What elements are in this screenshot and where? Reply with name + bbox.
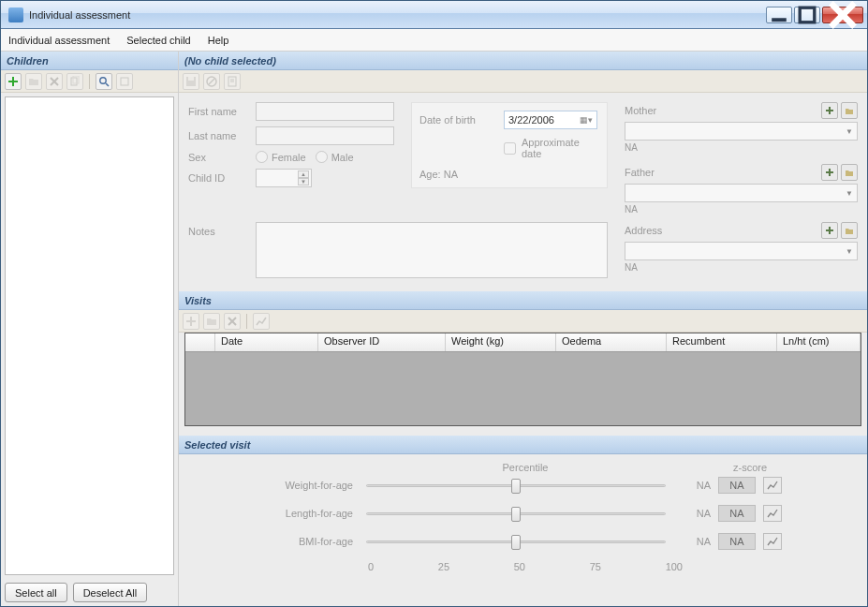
child-toolbar xyxy=(179,70,867,93)
select-all-button[interactable]: Select all xyxy=(5,583,67,602)
col-date[interactable]: Date xyxy=(215,333,318,351)
child-form: First name Last name Sex Female Male Chi… xyxy=(179,93,867,291)
dob-value: 3/22/2006 xyxy=(508,114,554,126)
add-visit-button[interactable] xyxy=(183,313,199,330)
mother-block: Mother ▼ NA xyxy=(625,102,858,153)
metric-length-for-age: Length-for-age NA NA xyxy=(198,505,848,522)
col-lnht[interactable]: Ln/ht (cm) xyxy=(777,333,861,351)
svg-rect-5 xyxy=(8,81,18,82)
deselect-all-button[interactable]: Deselect All xyxy=(73,583,147,602)
menu-help[interactable]: Help xyxy=(208,35,229,46)
address-na: NA xyxy=(625,262,858,273)
svg-rect-9 xyxy=(73,76,79,83)
zscore-value: NA xyxy=(718,477,756,494)
menu-bar: Individual assessment Selected child Hel… xyxy=(1,29,867,52)
menu-individual-assessment[interactable]: Individual assessment xyxy=(8,35,110,46)
col-oedema[interactable]: Oedema xyxy=(556,333,667,351)
cancel-button[interactable] xyxy=(203,73,220,90)
dropdown-icon: ▼ xyxy=(846,189,853,198)
child-id-spinner[interactable]: ▲▼ xyxy=(256,169,312,187)
graph-visit-button[interactable] xyxy=(253,313,270,330)
svg-rect-12 xyxy=(121,78,128,85)
father-label: Father xyxy=(625,167,655,178)
svg-rect-27 xyxy=(186,320,196,322)
add-mother-button[interactable] xyxy=(821,102,838,119)
title-bar: Individual assessment xyxy=(1,1,867,29)
metric-bmi-for-age: BMI-for-age NA NA xyxy=(198,533,848,550)
approximate-date-checkbox[interactable]: Approximate date xyxy=(504,137,599,159)
sex-male-radio[interactable]: Male xyxy=(316,151,354,163)
children-list[interactable] xyxy=(5,96,174,575)
percentile-slider-bmi[interactable] xyxy=(366,535,666,548)
percentile-slider-wfa[interactable] xyxy=(366,479,666,492)
graph-button-lfa[interactable] xyxy=(763,505,782,522)
sex-female-radio[interactable]: Female xyxy=(256,151,306,163)
delete-child-button[interactable] xyxy=(46,73,63,90)
svg-line-11 xyxy=(106,83,109,86)
col-blank[interactable] xyxy=(185,333,215,351)
browse-mother-button[interactable] xyxy=(841,102,858,119)
detail-panel: (No child selected) First name Last name… xyxy=(179,52,867,606)
save-button[interactable] xyxy=(183,73,199,90)
col-identity: First name Last name Sex Female Male Chi… xyxy=(188,102,394,215)
selected-visit-body: Percentile z-score Weight-for-age NA NA … xyxy=(179,454,867,584)
toolbar-separator xyxy=(246,314,247,329)
window-buttons xyxy=(766,7,863,23)
add-address-button[interactable] xyxy=(821,222,838,239)
dropdown-icon: ▼ xyxy=(846,247,853,256)
col-weight[interactable]: Weight (kg) xyxy=(446,333,556,351)
dob-picker[interactable]: 3/22/2006▦▾ xyxy=(504,111,597,129)
notes-textarea[interactable] xyxy=(256,222,608,278)
app-icon xyxy=(8,7,23,22)
zscore-value: NA xyxy=(718,533,756,550)
address-combo[interactable]: ▼ xyxy=(625,242,858,260)
toolbar-separator xyxy=(89,74,90,89)
app-window: Individual assessment Individual assessm… xyxy=(0,0,868,607)
calendar-icon: ▦▾ xyxy=(580,115,593,125)
notes-label: Notes xyxy=(188,222,256,278)
col-recumbent[interactable]: Recumbent xyxy=(667,333,777,351)
metric-label: Weight-for-age xyxy=(198,480,366,491)
visits-toolbar xyxy=(179,310,867,333)
open-visit-button[interactable] xyxy=(203,313,220,330)
metric-weight-for-age: Weight-for-age NA NA xyxy=(198,477,848,494)
child-id-label: Child ID xyxy=(188,172,256,184)
copy-child-button[interactable] xyxy=(66,73,83,90)
window-title: Individual assessment xyxy=(29,9,766,21)
add-child-button[interactable] xyxy=(5,73,22,90)
close-button[interactable] xyxy=(822,7,863,23)
first-name-input[interactable] xyxy=(256,102,394,121)
last-name-input[interactable] xyxy=(256,126,394,145)
selected-visit-header: Selected visit xyxy=(179,436,867,454)
graph-button-wfa[interactable] xyxy=(763,477,782,494)
view-child-button[interactable] xyxy=(116,73,133,90)
svg-point-10 xyxy=(100,77,106,82)
visits-grid[interactable]: Date Observer ID Weight (kg) Oedema Recu… xyxy=(184,333,861,426)
father-block: Father ▼ NA xyxy=(625,164,858,215)
col-observer-id[interactable]: Observer ID xyxy=(318,333,446,351)
sex-label: Sex xyxy=(188,152,256,163)
father-combo[interactable]: ▼ xyxy=(625,184,858,202)
report-button[interactable] xyxy=(224,73,241,90)
minimize-button[interactable] xyxy=(766,7,792,23)
first-name-label: First name xyxy=(188,106,256,117)
svg-line-16 xyxy=(209,79,214,84)
browse-address-button[interactable] xyxy=(841,222,858,239)
search-child-button[interactable] xyxy=(96,73,112,90)
zscore-header: z-score xyxy=(694,462,806,473)
mother-na: NA xyxy=(625,142,858,153)
visits-header: Visits xyxy=(179,291,867,310)
browse-father-button[interactable] xyxy=(841,164,858,181)
maximize-button[interactable] xyxy=(794,7,820,23)
mother-combo[interactable]: ▼ xyxy=(625,122,858,141)
delete-visit-button[interactable] xyxy=(224,313,241,330)
father-na: NA xyxy=(625,204,858,215)
metric-label: Length-for-age xyxy=(198,508,366,519)
last-name-label: Last name xyxy=(188,130,256,141)
menu-selected-child[interactable]: Selected child xyxy=(126,35,191,46)
add-father-button[interactable] xyxy=(821,164,838,181)
open-child-button[interactable] xyxy=(25,73,42,90)
percentile-slider-lfa[interactable] xyxy=(366,507,666,520)
percentile-header: Percentile xyxy=(366,462,684,473)
graph-button-bmi[interactable] xyxy=(763,533,782,550)
